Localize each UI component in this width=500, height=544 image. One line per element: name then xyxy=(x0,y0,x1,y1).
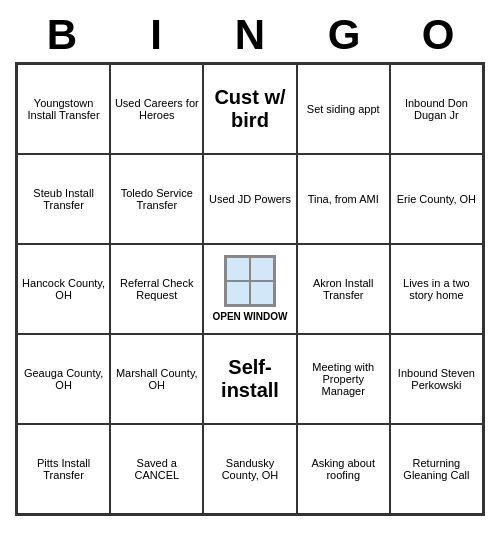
cell-text-r3-c1: Marshall County, OH xyxy=(113,367,200,391)
cell-text-r1-c1: Toledo Service Transfer xyxy=(113,187,200,211)
bingo-cell-r0-c0[interactable]: Youngstown Install Transfer xyxy=(17,64,110,154)
bingo-cell-r4-c1[interactable]: Saved a CANCEL xyxy=(110,424,203,514)
cell-text-r1-c3: Tina, from AMI xyxy=(308,193,379,205)
header-letter-b: B xyxy=(15,10,109,60)
cell-text-r3-c3: Meeting with Property Manager xyxy=(300,361,387,397)
cell-text-r0-c2: Cust w/ bird xyxy=(206,86,293,132)
bingo-cell-r1-c2[interactable]: Used JD Powers xyxy=(203,154,296,244)
bingo-cell-r2-c4[interactable]: Lives in a two story home xyxy=(390,244,483,334)
bingo-cell-r3-c2[interactable]: Self-install xyxy=(203,334,296,424)
cell-text-r2-c4: Lives in a two story home xyxy=(393,277,480,301)
cell-text-r4-c2: Sandusky County, OH xyxy=(206,457,293,481)
bingo-header: BINGO xyxy=(15,10,485,60)
bingo-cell-r3-c1[interactable]: Marshall County, OH xyxy=(110,334,203,424)
cell-text-r0-c0: Youngstown Install Transfer xyxy=(20,97,107,121)
cell-text-r4-c4: Returning Gleaning Call xyxy=(393,457,480,481)
bingo-cell-r3-c4[interactable]: Inbound Steven Perkowski xyxy=(390,334,483,424)
bingo-cell-r0-c1[interactable]: Used Careers for Heroes xyxy=(110,64,203,154)
bingo-cell-r4-c3[interactable]: Asking about roofing xyxy=(297,424,390,514)
bingo-cell-r3-c0[interactable]: Geauga County, OH xyxy=(17,334,110,424)
bingo-cell-r0-c3[interactable]: Set siding appt xyxy=(297,64,390,154)
cell-text-r0-c3: Set siding appt xyxy=(307,103,380,115)
bingo-cell-r4-c0[interactable]: Pitts Install Transfer xyxy=(17,424,110,514)
header-letter-i: I xyxy=(109,10,203,60)
cell-text-r4-c3: Asking about roofing xyxy=(300,457,387,481)
cell-text-r1-c0: Steub Install Transfer xyxy=(20,187,107,211)
header-letter-n: N xyxy=(203,10,297,60)
header-letter-g: G xyxy=(297,10,391,60)
bingo-cell-r0-c2[interactable]: Cust w/ bird xyxy=(203,64,296,154)
cell-text-r3-c2: Self-install xyxy=(206,356,293,402)
bingo-cell-r1-c4[interactable]: Erie County, OH xyxy=(390,154,483,244)
bingo-cell-r1-c0[interactable]: Steub Install Transfer xyxy=(17,154,110,244)
bingo-cell-r2-c2[interactable]: OPEN WINDOW xyxy=(203,244,296,334)
cell-text-r1-c2: Used JD Powers xyxy=(209,193,291,205)
bingo-cell-r2-c1[interactable]: Referral Check Request xyxy=(110,244,203,334)
bingo-cell-r0-c4[interactable]: Inbound Don Dugan Jr xyxy=(390,64,483,154)
cell-text-r3-c4: Inbound Steven Perkowski xyxy=(393,367,480,391)
bingo-cell-r2-c0[interactable]: Hancock County, OH xyxy=(17,244,110,334)
bingo-cell-r4-c2[interactable]: Sandusky County, OH xyxy=(203,424,296,514)
cell-text-r4-c1: Saved a CANCEL xyxy=(113,457,200,481)
bingo-cell-r1-c1[interactable]: Toledo Service Transfer xyxy=(110,154,203,244)
bingo-grid: Youngstown Install TransferUsed Careers … xyxy=(15,62,485,516)
bingo-cell-r4-c4[interactable]: Returning Gleaning Call xyxy=(390,424,483,514)
cell-text-r1-c4: Erie County, OH xyxy=(397,193,476,205)
cell-text-r3-c0: Geauga County, OH xyxy=(20,367,107,391)
cell-text-r2-c1: Referral Check Request xyxy=(113,277,200,301)
cell-text-r2-c0: Hancock County, OH xyxy=(20,277,107,301)
open-window-label: OPEN WINDOW xyxy=(212,311,287,323)
cell-text-r0-c1: Used Careers for Heroes xyxy=(113,97,200,121)
bingo-cell-r3-c3[interactable]: Meeting with Property Manager xyxy=(297,334,390,424)
header-letter-o: O xyxy=(391,10,485,60)
bingo-cell-r2-c3[interactable]: Akron Install Transfer xyxy=(297,244,390,334)
cell-text-r2-c3: Akron Install Transfer xyxy=(300,277,387,301)
cell-text-r4-c0: Pitts Install Transfer xyxy=(20,457,107,481)
bingo-cell-r1-c3[interactable]: Tina, from AMI xyxy=(297,154,390,244)
cell-text-r0-c4: Inbound Don Dugan Jr xyxy=(393,97,480,121)
